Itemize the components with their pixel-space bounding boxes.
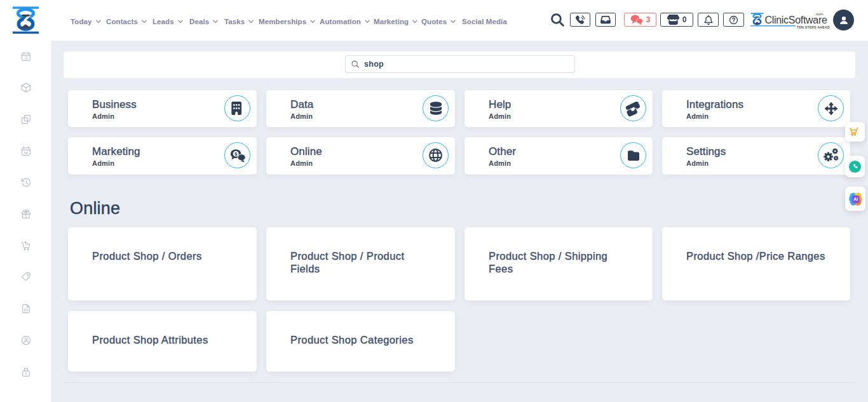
svg-text:12: 12 <box>24 56 28 60</box>
svg-text:ClinicSoftware: ClinicSoftware <box>765 15 827 25</box>
svg-text:.com: .com <box>815 12 824 16</box>
svg-text:TEN STEPS AHEAD: TEN STEPS AHEAD <box>797 25 830 29</box>
svg-text:AI: AI <box>853 197 858 201</box>
svg-text:$: $ <box>234 151 237 157</box>
